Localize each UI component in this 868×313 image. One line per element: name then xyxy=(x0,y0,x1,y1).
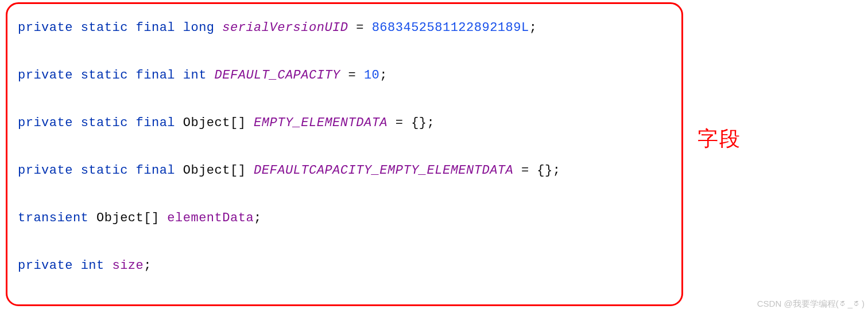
code-token xyxy=(73,116,81,130)
annotation-label: 字段 xyxy=(698,125,741,153)
code-token: Object[] xyxy=(175,116,254,130)
code-token: final xyxy=(136,21,176,35)
code-token: size xyxy=(112,259,144,273)
code-token: = xyxy=(348,21,372,35)
watermark: CSDN @我要学编程(ಥ_ಥ) xyxy=(757,299,865,310)
code-line-4: private static final Object[] DEFAULTCAP… xyxy=(18,158,671,183)
code-token: 8683452581122892189L xyxy=(372,21,529,35)
code-token: = {}; xyxy=(513,163,560,178)
code-token: ; xyxy=(529,21,537,35)
code-token: EMPTY_ELEMENTDATA xyxy=(254,116,388,130)
code-token xyxy=(175,21,183,35)
code-token: private xyxy=(18,259,73,273)
code-token: static xyxy=(81,116,128,130)
code-token: private xyxy=(18,21,73,35)
code-token xyxy=(128,68,136,83)
code-token: = xyxy=(340,68,364,83)
code-token xyxy=(73,68,81,83)
code-token: static xyxy=(81,68,128,83)
code-token: ; xyxy=(254,211,262,225)
code-line-3: private static final Object[] EMPTY_ELEM… xyxy=(18,111,671,136)
code-token: static xyxy=(81,163,128,178)
code-token: Object[] xyxy=(88,211,167,225)
code-line-2: private static final int DEFAULT_CAPACIT… xyxy=(18,63,671,88)
code-line-6: private int size; xyxy=(18,253,671,279)
code-token xyxy=(104,259,113,273)
code-token xyxy=(73,21,81,35)
code-token xyxy=(128,116,136,130)
code-token: elementData xyxy=(167,211,254,225)
code-token xyxy=(73,163,81,178)
code-token: ; xyxy=(144,259,152,273)
code-token xyxy=(175,68,183,83)
code-token: serialVersionUID xyxy=(222,21,348,35)
code-token: private xyxy=(18,68,73,83)
code-token: 10 xyxy=(364,68,379,83)
code-token: private xyxy=(18,116,73,130)
code-line-5: transient Object[] elementData; xyxy=(18,206,671,231)
code-token: final xyxy=(136,68,176,83)
code-token: transient xyxy=(18,211,88,225)
code-token: ; xyxy=(379,68,388,83)
code-token: int xyxy=(81,259,104,273)
code-token xyxy=(128,163,136,178)
code-token xyxy=(73,259,81,273)
code-token: static xyxy=(81,21,128,35)
code-token: private xyxy=(18,163,73,178)
code-token: DEFAULTCAPACITY_EMPTY_ELEMENTDATA xyxy=(254,163,513,178)
code-token: = {}; xyxy=(388,116,435,130)
code-token: int xyxy=(183,68,207,83)
code-token xyxy=(207,68,215,83)
code-token: Object[] xyxy=(175,163,254,178)
code-token: DEFAULT_CAPACITY xyxy=(215,68,340,83)
code-line-1: private static final long serialVersionU… xyxy=(18,15,671,41)
code-token xyxy=(215,21,223,35)
code-token: final xyxy=(136,116,176,130)
code-token xyxy=(128,21,136,35)
code-token: long xyxy=(183,21,215,35)
code-token: final xyxy=(136,163,176,178)
code-block: private static final long serialVersionU… xyxy=(6,2,683,306)
